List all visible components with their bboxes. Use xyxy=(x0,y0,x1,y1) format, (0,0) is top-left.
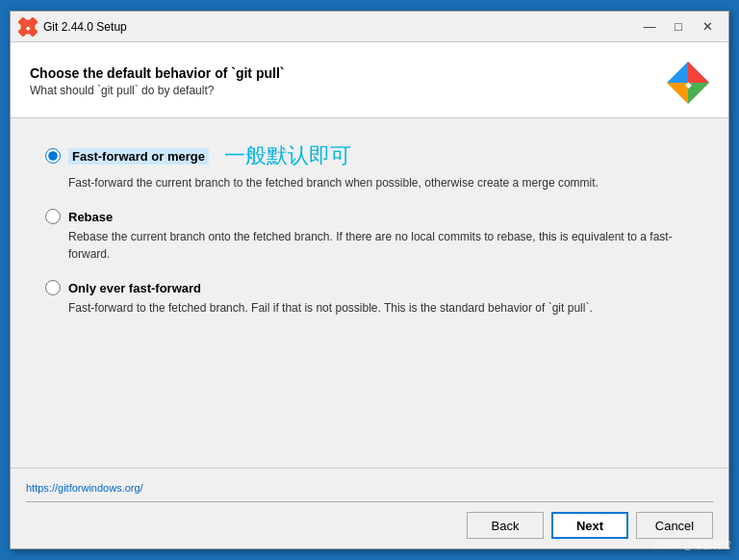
option-rebase-label: Rebase xyxy=(68,210,113,224)
footer-divider xyxy=(26,501,713,502)
setup-window: ⬥ Git 2.44.0 Setup — □ ✕ Choose the defa… xyxy=(10,11,729,549)
option-ff-merge-label: Fast-forward or merge xyxy=(68,148,209,165)
footer-section: https://gitforwindows.org/ Back Next Can… xyxy=(11,468,728,548)
svg-text:⬥: ⬥ xyxy=(25,22,31,33)
option-ff-merge: Fast-forward or merge 一般默认即可 Fast-forwar… xyxy=(45,141,694,191)
window-controls: — □ ✕ xyxy=(636,16,721,38)
option-rebase-desc: Rebase the current branch onto the fetch… xyxy=(68,228,694,263)
footer-link[interactable]: https://gitforwindows.org/ xyxy=(26,482,143,494)
minimize-button[interactable]: — xyxy=(636,16,663,38)
svg-text:⬥: ⬥ xyxy=(684,76,692,91)
annotation-text: 一般默认即可 xyxy=(224,141,351,170)
back-button[interactable]: Back xyxy=(467,512,544,539)
option-rebase-radio[interactable] xyxy=(45,209,61,224)
window-title: Git 2.44.0 Setup xyxy=(43,20,636,34)
page-title: Choose the default behavior of `git pull… xyxy=(30,65,284,81)
option-ff-merge-label-row: Fast-forward or merge 一般默认即可 xyxy=(45,141,694,170)
option-rebase: Rebase Rebase the current branch onto th… xyxy=(45,209,694,263)
cancel-button[interactable]: Cancel xyxy=(636,512,713,539)
button-row: Back Next Cancel xyxy=(26,512,713,539)
close-button[interactable]: ✕ xyxy=(694,16,721,38)
maximize-button[interactable]: □ xyxy=(665,16,692,38)
page-subtitle: What should `git pull` do by default? xyxy=(30,84,284,97)
content-area: Fast-forward or merge 一般默认即可 Fast-forwar… xyxy=(11,118,728,468)
title-bar: ⬥ Git 2.44.0 Setup — □ ✕ xyxy=(11,12,728,42)
next-button[interactable]: Next xyxy=(551,512,628,539)
option-ff-only: Only ever fast-forward Fast-forward to t… xyxy=(45,280,694,317)
option-ff-only-label: Only ever fast-forward xyxy=(68,281,201,295)
option-ff-only-radio[interactable] xyxy=(45,280,61,295)
option-ff-merge-radio[interactable] xyxy=(45,148,61,164)
option-ff-merge-desc: Fast-forward the current branch to the f… xyxy=(68,174,694,191)
option-rebase-label-row: Rebase xyxy=(45,209,694,224)
header-section: Choose the default behavior of `git pull… xyxy=(11,42,728,118)
git-logo: ⬥ xyxy=(663,58,709,104)
option-ff-only-label-row: Only ever fast-forward xyxy=(45,280,694,295)
option-group: Fast-forward or merge 一般默认即可 Fast-forwar… xyxy=(45,141,694,334)
app-icon: ⬥ xyxy=(18,17,38,37)
option-ff-only-desc: Fast-forward to the fetched branch. Fail… xyxy=(68,299,694,317)
header-text: Choose the default behavior of `git pull… xyxy=(30,65,284,97)
